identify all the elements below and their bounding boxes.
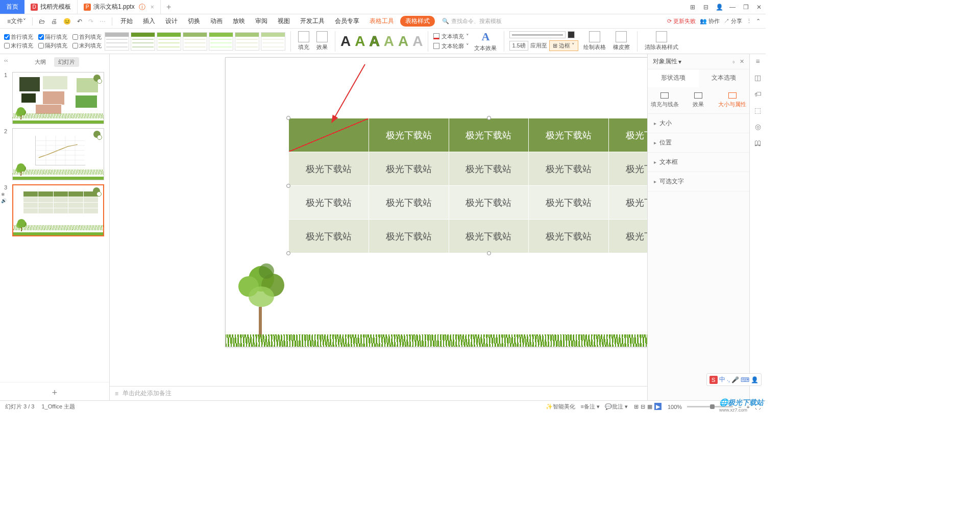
close-panel-icon[interactable]: ✕	[740, 58, 744, 65]
search-box[interactable]: 🔍 查找命令、搜索模板	[442, 17, 502, 25]
section-size[interactable]: 大小	[648, 114, 749, 133]
avatar-icon[interactable]: 👤	[713, 4, 726, 11]
table-header-cell[interactable]: 极光下载站	[369, 118, 449, 152]
subtab-effect[interactable]: 效果	[681, 87, 715, 113]
pin-icon[interactable]: ⬨	[732, 58, 736, 65]
apps-icon[interactable]: ⊟	[699, 4, 713, 11]
section-position[interactable]: 位置	[648, 133, 749, 153]
add-slide-button[interactable]: +	[0, 382, 109, 400]
chevron-icon[interactable]: ⌃	[756, 18, 761, 25]
notes-toggle[interactable]: ≡备注 ▾	[580, 403, 599, 411]
tool-icon[interactable]: ◫	[754, 74, 761, 82]
section-textbox[interactable]: 文本框	[648, 153, 749, 172]
section-alttext[interactable]: 可选文字	[648, 172, 749, 191]
new-tab-button[interactable]: +	[161, 0, 177, 14]
fill-button[interactable]: 填充	[296, 31, 311, 51]
cb-header-row[interactable]: 首行填充	[4, 33, 33, 41]
text-outline-button[interactable]: 文本轮廓 ˅	[433, 42, 469, 50]
clear-style-button[interactable]: 清除表格样式	[643, 31, 680, 51]
tree-decoration	[231, 261, 292, 337]
qat-more[interactable]: ⋯	[97, 17, 108, 26]
menu-review[interactable]: 审阅	[251, 15, 272, 28]
qat-print[interactable]: 😐	[61, 17, 73, 26]
minimize-button[interactable]: —	[726, 4, 739, 11]
subtab-size-prop[interactable]: 大小与属性	[716, 87, 749, 113]
watermark: 🌐极光下载站 www.xz7.com	[719, 398, 764, 413]
menu-insert[interactable]: 插入	[139, 15, 159, 28]
text-effect-button[interactable]: A文本效果	[472, 30, 499, 52]
qat-redo[interactable]: ↷	[86, 17, 95, 26]
selection-handle[interactable]	[487, 251, 491, 255]
table-cell[interactable]: 极光下载站	[289, 152, 369, 186]
tool-icon[interactable]: ◎	[755, 123, 761, 131]
border-button[interactable]: ⊞ 边框 ˅	[549, 40, 578, 51]
menu-slideshow[interactable]: 放映	[229, 15, 249, 28]
menu-transition[interactable]: 切换	[184, 15, 204, 28]
slide-thumb-2[interactable]: 2	[0, 126, 109, 182]
tab-current-file[interactable]: P演示文稿1.pptxⓘ×	[78, 0, 161, 14]
menu-member[interactable]: 会员专享	[331, 15, 363, 28]
tab-outline[interactable]: 大纲	[31, 57, 50, 67]
cb-last-col[interactable]: 末列填充	[72, 42, 102, 50]
selection-handle[interactable]	[286, 184, 290, 188]
comment-toggle[interactable]: 💬批注 ▾	[605, 403, 628, 411]
notes-pane[interactable]: ≡ 单击此处添加备注	[110, 386, 647, 400]
tab-slides[interactable]: 幻灯片	[54, 57, 79, 67]
cb-total-row[interactable]: 末行填充	[4, 42, 33, 50]
slide-thumb-3[interactable]: 3	[0, 182, 109, 238]
menu-tabletool[interactable]: 表格工具	[365, 15, 398, 28]
cb-banded-row[interactable]: 隔行填充	[38, 33, 67, 41]
subtab-fill-line[interactable]: 填充与线条	[648, 87, 681, 113]
tab-text-options[interactable]: 文本选项	[699, 69, 750, 87]
tool-icon[interactable]: ⬚	[754, 106, 761, 114]
wordart-gallery[interactable]: AAAAAA	[340, 33, 423, 50]
maximize-button[interactable]: ❐	[739, 4, 752, 11]
qat-save[interactable]: 🖨	[49, 17, 59, 26]
line-style-select[interactable]	[509, 31, 566, 38]
menu-design[interactable]: 设计	[161, 15, 182, 28]
line-color-select[interactable]	[568, 31, 575, 38]
table-header-cell[interactable]: 极光下载站	[529, 118, 609, 152]
menu-dev[interactable]: 开发工具	[296, 15, 329, 28]
layout-icon[interactable]: ⊞	[686, 4, 699, 11]
eraser-button[interactable]: 橡皮擦	[611, 31, 632, 51]
slide-canvas[interactable]: 极光下载站 极光下载站 极光下载站 极光下载站 极光下载站极光下载站极光下载站极…	[110, 54, 647, 386]
line-width-select[interactable]: 1.5磅	[509, 41, 528, 51]
ai-beautify-button[interactable]: ✨智能美化	[546, 403, 575, 411]
table-header-cell[interactable]: 极光下载站	[449, 118, 529, 152]
tool-icon[interactable]: ≡	[755, 57, 760, 65]
tab-shape-options[interactable]: 形状选项	[648, 69, 699, 87]
effect-button[interactable]: 效果	[314, 31, 330, 51]
tab-template[interactable]: D找稻壳模板	[24, 0, 78, 14]
cb-first-col[interactable]: 首列填充	[72, 33, 102, 41]
collab-button[interactable]: 👥 协作	[700, 17, 720, 25]
table-styles-gallery[interactable]	[105, 32, 285, 51]
cb-banded-col[interactable]: 隔列填充	[38, 42, 67, 50]
ime-toolbar[interactable]: S 中⸱,🎤⌨👤	[706, 373, 762, 386]
share-button[interactable]: ↗ 分享	[724, 17, 742, 25]
qat-open[interactable]: 🗁	[37, 17, 47, 26]
tool-icon[interactable]: 🏷	[754, 90, 762, 98]
close-button[interactable]: ✕	[752, 4, 766, 11]
selection-handle[interactable]	[286, 116, 290, 120]
selection-handle[interactable]	[487, 116, 491, 120]
menu-animation[interactable]: 动画	[206, 15, 227, 28]
qat-undo[interactable]: ↶	[75, 17, 84, 26]
menu-start[interactable]: 开始	[116, 15, 137, 28]
menu-tablestyle[interactable]: 表格样式	[400, 16, 435, 27]
table-header-cell[interactable]: 极光下载站	[609, 118, 647, 152]
table-header-cell-diagonal[interactable]	[289, 118, 369, 152]
slide-table[interactable]: 极光下载站 极光下载站 极光下载站 极光下载站 极光下载站极光下载站极光下载站极…	[288, 118, 647, 253]
update-failed[interactable]: ⟳ 更新失败	[667, 17, 696, 25]
tool-icon[interactable]: 🕮	[754, 139, 762, 147]
menu-button[interactable]: ≡ 文件 ˅	[5, 16, 28, 27]
slide-thumb-1[interactable]: 1	[0, 70, 109, 126]
collapse-icon[interactable]: ‹‹	[4, 57, 8, 63]
selection-handle[interactable]	[286, 251, 290, 255]
draw-table-button[interactable]: 绘制表格	[581, 31, 608, 51]
text-fill-button[interactable]: 文本填充 ˅	[433, 33, 469, 40]
tab-home[interactable]: 首页	[0, 0, 24, 14]
menu-view[interactable]: 视图	[274, 15, 294, 28]
view-buttons[interactable]: ⊞⊟▦▶	[633, 403, 663, 410]
more-icon[interactable]: ⋮	[746, 18, 752, 25]
